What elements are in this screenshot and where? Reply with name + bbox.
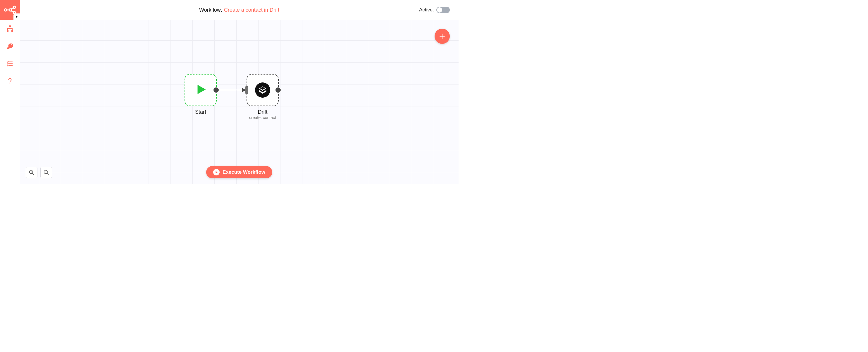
sidebar: [0, 0, 20, 184]
drift-icon: [255, 83, 270, 98]
list-check-icon: [7, 61, 13, 67]
sidebar-item-workflows[interactable]: [0, 20, 20, 37]
workflow-canvas[interactable]: Start Drift create: contact: [20, 20, 459, 184]
node-drift[interactable]: Drift create: contact: [247, 74, 279, 120]
zoom-out-button[interactable]: [40, 167, 52, 178]
svg-rect-7: [9, 26, 11, 27]
workflow-title[interactable]: Workflow: Create a contact in Drift: [199, 7, 279, 13]
active-label: Active:: [419, 7, 434, 13]
key-icon: [7, 43, 13, 50]
svg-line-12: [32, 173, 34, 175]
sitemap-icon: [6, 25, 13, 32]
svg-line-16: [47, 173, 49, 175]
edge-start-to-drift[interactable]: [219, 87, 248, 94]
title-name: Create a contact in Drift: [224, 7, 279, 13]
sidebar-item-credentials[interactable]: [0, 37, 20, 55]
title-prefix: Workflow:: [199, 7, 222, 13]
question-icon: [7, 78, 12, 85]
play-icon: [194, 83, 207, 97]
port-output[interactable]: [275, 87, 281, 93]
svg-rect-9: [11, 30, 13, 32]
play-circle-icon: [213, 169, 220, 175]
node-drift-title: Drift: [247, 109, 279, 115]
svg-line-5: [11, 8, 13, 9]
execute-button-label: Execute Workflow: [222, 169, 265, 175]
node-start-title: Start: [185, 109, 217, 115]
execute-workflow-button[interactable]: Execute Workflow: [206, 166, 272, 178]
zoom-controls: [26, 167, 52, 178]
svg-rect-8: [7, 30, 8, 32]
node-start[interactable]: Start: [185, 74, 217, 115]
app-logo[interactable]: [0, 0, 20, 20]
toggle-knob: [437, 7, 442, 12]
sidebar-item-executions[interactable]: [0, 55, 20, 72]
active-toggle[interactable]: [436, 7, 450, 13]
port-input[interactable]: [245, 86, 248, 94]
active-toggle-wrap: Active:: [419, 7, 450, 13]
port-output[interactable]: [213, 87, 219, 93]
header: Workflow: Create a contact in Drift Acti…: [20, 0, 459, 20]
plus-icon: [439, 33, 446, 40]
node-drift-sub: create: contact: [247, 115, 279, 120]
zoom-in-button[interactable]: [26, 167, 37, 178]
svg-line-6: [11, 11, 13, 12]
zoom-out-icon: [43, 169, 49, 175]
expand-sidebar-button[interactable]: [13, 13, 20, 20]
zoom-in-icon: [29, 169, 34, 175]
add-node-button[interactable]: [435, 29, 450, 44]
sidebar-item-help[interactable]: [0, 72, 20, 90]
